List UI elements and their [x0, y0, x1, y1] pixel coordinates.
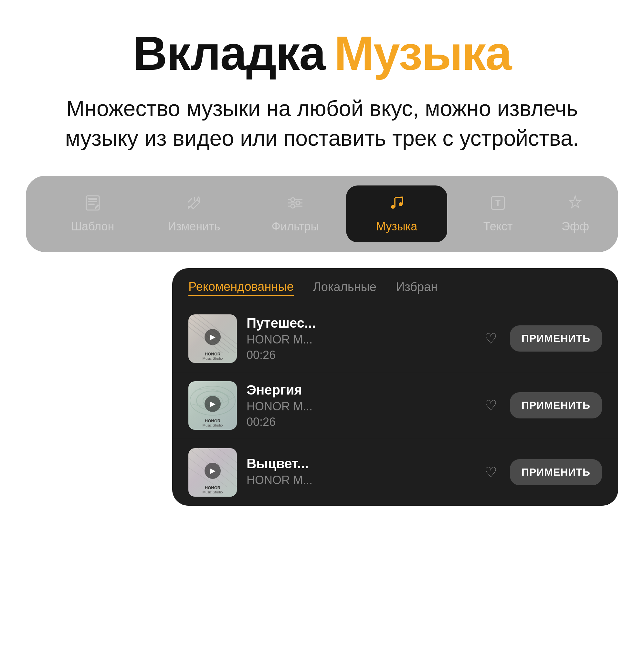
track-name-3: Выцвет... — [247, 456, 472, 471]
play-button-2[interactable]: ▶ — [205, 396, 221, 412]
table-row: ▶ HONOR Music Studio Выцвет... HONOR M..… — [172, 439, 618, 506]
honor-sublabel-2: Music Studio — [188, 423, 237, 427]
track-thumbnail-2[interactable]: ▶ HONOR Music Studio — [188, 381, 237, 430]
text-icon: T — [489, 194, 506, 215]
toolbar-item-filters[interactable]: Фильтры — [245, 185, 346, 242]
toolbar-item-effects[interactable]: Эфф — [549, 185, 602, 242]
apply-button-1[interactable]: ПРИМЕНИТЬ — [510, 325, 602, 352]
svg-line-32 — [217, 448, 237, 463]
toolbar-label-effects: Эфф — [561, 220, 589, 233]
track-name-2: Энергия — [247, 382, 472, 398]
title-line: Вкладка Музыка — [26, 26, 618, 81]
table-row: ▶ HONOR Music Studio Путешес... HONOR M.… — [172, 305, 618, 372]
favorite-button-3[interactable]: ♡ — [481, 461, 500, 484]
music-tabs: Рекомендованные Локальные Избран — [172, 268, 618, 305]
svg-rect-1 — [88, 198, 97, 200]
favorite-button-1[interactable]: ♡ — [481, 327, 500, 350]
svg-point-7 — [296, 201, 300, 205]
toolbar-label-text: Текст — [483, 220, 513, 233]
track-thumbnail-1[interactable]: ▶ HONOR Music Studio — [188, 314, 237, 363]
svg-line-17 — [395, 197, 402, 198]
svg-text:T: T — [496, 198, 501, 208]
subtitle: Множество музыки на любой вкус, можно из… — [64, 94, 581, 153]
toolbar-item-template[interactable]: Шаблон — [42, 185, 143, 242]
title-yellow: Музыка — [334, 26, 511, 81]
template-icon — [84, 194, 101, 215]
svg-rect-3 — [88, 204, 95, 205]
filters-icon — [287, 194, 304, 215]
svg-point-8 — [291, 204, 295, 208]
favorite-button-2[interactable]: ♡ — [481, 394, 500, 417]
toolbar-label-filters: Фильтры — [272, 220, 319, 233]
svg-marker-20 — [569, 196, 581, 208]
track-duration-2: 00:26 — [247, 415, 472, 429]
music-list: ▶ HONOR Music Studio Путешес... HONOR M.… — [172, 305, 618, 506]
track-info-2: Энергия HONOR M... 00:26 — [247, 382, 472, 429]
toolbar-item-edit[interactable]: Изменить — [143, 185, 245, 242]
music-panel: Рекомендованные Локальные Избран ▶ HONOR… — [172, 268, 618, 506]
track-info-3: Выцвет... HONOR M... — [247, 456, 472, 489]
honor-sublabel-1: Music Studio — [188, 356, 237, 360]
header-section: Вкладка Музыка Множество музыки на любой… — [26, 26, 618, 153]
play-button-1[interactable]: ▶ — [205, 329, 221, 345]
title-black: Вкладка — [133, 26, 325, 81]
honor-label-1: HONOR — [188, 352, 237, 356]
honor-label-3: HONOR — [188, 485, 237, 490]
honor-label-2: HONOR — [188, 418, 237, 423]
svg-line-4 — [188, 198, 192, 202]
toolbar-label-template: Шаблон — [71, 220, 114, 233]
svg-rect-2 — [88, 201, 97, 202]
track-thumbnail-3[interactable]: ▶ HONOR Music Studio — [188, 448, 237, 497]
toolbar-label-edit: Изменить — [168, 220, 220, 233]
tab-local[interactable]: Локальные — [313, 280, 376, 295]
toolbar-item-text[interactable]: T Текст — [447, 185, 549, 242]
edit-icon — [185, 194, 202, 215]
apply-button-3[interactable]: ПРИМЕНИТЬ — [510, 459, 602, 485]
toolbar-label-music: Музыка — [376, 220, 417, 233]
track-duration-1: 00:26 — [247, 348, 472, 362]
tab-recommended[interactable]: Рекомендованные — [188, 280, 294, 296]
play-button-3[interactable]: ▶ — [205, 463, 221, 479]
toolbar: Шаблон Изменить — [26, 176, 618, 252]
honor-sublabel-3: Music Studio — [188, 490, 237, 494]
track-artist-2: HONOR M... — [247, 400, 472, 413]
tab-favorites[interactable]: Избран — [396, 280, 438, 295]
track-artist-1: HONOR M... — [247, 333, 472, 346]
apply-button-2[interactable]: ПРИМЕНИТЬ — [510, 392, 602, 418]
music-icon — [388, 194, 405, 215]
track-artist-3: HONOR M... — [247, 473, 472, 487]
effects-icon — [567, 194, 583, 215]
track-name-1: Путешес... — [247, 316, 472, 331]
toolbar-item-music[interactable]: Музыка — [346, 185, 447, 242]
table-row: ▶ HONOR Music Studio Энергия HONOR M... … — [172, 372, 618, 439]
track-info-1: Путешес... HONOR M... 00:26 — [247, 316, 472, 362]
svg-point-6 — [291, 198, 295, 202]
